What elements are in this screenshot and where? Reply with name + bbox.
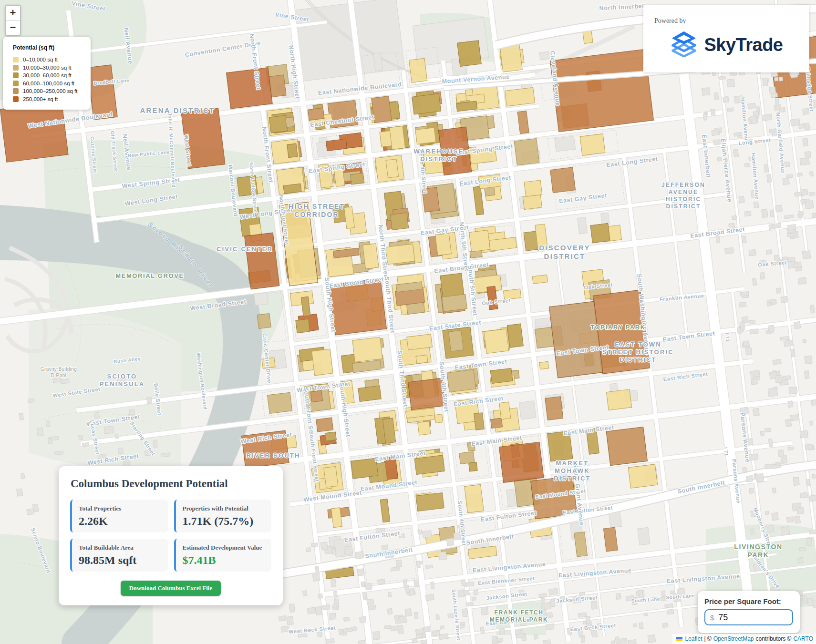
legend-item: 10,000–30,000 sq ft bbox=[13, 65, 86, 71]
poi-label: Gravity Building bbox=[41, 367, 77, 372]
district-label: SCIOTO bbox=[107, 373, 137, 380]
ukraine-flag-icon bbox=[676, 637, 682, 641]
park-label: LIVINGSTON bbox=[734, 543, 782, 551]
legend-item: 100,000–250,000 sq ft bbox=[13, 88, 86, 94]
price-card: Price per Square Foot: $ bbox=[698, 591, 800, 633]
district-label: PENINSULA bbox=[100, 380, 145, 388]
legend-item-label: 0–10,000 sq ft bbox=[23, 57, 58, 62]
zoom-out-button[interactable]: − bbox=[6, 20, 20, 35]
legend-item: 60,000–100,000 sq ft bbox=[13, 81, 86, 86]
legend-items: 0–10,000 sq ft10,000–30,000 sq ft30,000–… bbox=[13, 57, 86, 102]
map-attribution: Leaflet | © OpenStreetMap contributors ©… bbox=[672, 634, 816, 644]
district-label: MOHAWK bbox=[555, 467, 590, 474]
park-label: PARK bbox=[747, 551, 769, 559]
legend-swatch bbox=[13, 88, 19, 94]
stats-card-title: Columbus Development Potential bbox=[71, 478, 271, 490]
skytrade-logo-icon bbox=[670, 31, 698, 59]
street-label: I 71 bbox=[723, 447, 729, 457]
district-label: WAREHOUSE bbox=[413, 148, 464, 155]
district-label: RIVER SOUTH bbox=[246, 452, 300, 459]
district-label: AVENUE bbox=[669, 189, 698, 195]
legend-swatch bbox=[13, 65, 19, 71]
legend-swatch bbox=[13, 57, 19, 62]
stat-value: 2.26K bbox=[79, 515, 161, 528]
stat-label: Total Buildable Area bbox=[79, 544, 161, 552]
stat-value: 1.71K (75.7%) bbox=[183, 515, 265, 528]
district-label: DISTRICT bbox=[544, 252, 586, 260]
park-label: TOPIARY PARK bbox=[590, 324, 646, 331]
district-label: DISTRICT bbox=[620, 356, 657, 363]
carto-link[interactable]: CARTO bbox=[793, 635, 813, 642]
district-label: HISTORIC bbox=[666, 196, 702, 203]
legend-item-label: 100,000–250,000 sq ft bbox=[23, 88, 77, 94]
stat-estimated-development-value: Estimated Development Value $7.41B bbox=[174, 539, 272, 572]
price-input-wrap: $ bbox=[704, 609, 793, 625]
legend-swatch bbox=[13, 72, 19, 78]
attribution-contributors: contributors © bbox=[756, 635, 792, 642]
district-label: DISTRICT bbox=[666, 203, 701, 210]
zoom-control: + − bbox=[5, 5, 21, 36]
leaflet-link[interactable]: Leaflet bbox=[685, 635, 702, 642]
stat-value: $7.41B bbox=[183, 554, 265, 567]
osm-link[interactable]: OpenStreetMap bbox=[713, 635, 754, 642]
district-label: DISTRICT bbox=[554, 475, 591, 482]
district-label: STREET HISTORIC bbox=[602, 348, 674, 356]
download-excel-button[interactable]: Download Columbus Excel File bbox=[121, 581, 221, 596]
legend-item-label: 30,000–60,000 sq ft bbox=[23, 72, 72, 78]
powered-by-label: Powered by bbox=[654, 17, 686, 25]
map-application: Vine StreetVine StreetNorth InnerbeltCon… bbox=[0, 0, 816, 644]
legend-swatch bbox=[13, 96, 19, 102]
stat-properties-with-potential: Properties with Potential 1.71K (75.7%) bbox=[174, 500, 272, 532]
legend-item: 250,000+ sq ft bbox=[13, 96, 86, 102]
stat-total-buildable-area: Total Buildable Area 98.85M sqft bbox=[70, 539, 168, 572]
attribution-sep: | © bbox=[704, 635, 712, 642]
district-label: HIGH STREET bbox=[289, 203, 345, 210]
district-label: ARENA DISTRICT bbox=[140, 106, 215, 114]
legend-swatch bbox=[13, 81, 19, 86]
stat-value: 98.85M sqft bbox=[79, 554, 161, 567]
currency-symbol: $ bbox=[710, 613, 714, 622]
district-label: MARKET bbox=[556, 460, 589, 467]
stat-label: Total Properties bbox=[79, 505, 161, 512]
branding-card: Powered by SkyTrade bbox=[643, 5, 809, 72]
district-label: DISTRICT bbox=[420, 155, 457, 163]
park-label: FRANK FETCH bbox=[495, 609, 544, 616]
legend-title: Potential (sq ft) bbox=[13, 44, 86, 51]
stat-total-properties: Total Properties 2.26K bbox=[70, 500, 168, 532]
legend-panel: Potential (sq ft) 0–10,000 sq ft10,000–3… bbox=[3, 37, 91, 110]
park-label: MEMORIAL GROVE bbox=[115, 272, 184, 279]
district-label: CIVIC CENTER bbox=[217, 245, 273, 253]
zoom-in-button[interactable]: + bbox=[6, 6, 20, 20]
legend-item: 30,000–60,000 sq ft bbox=[13, 72, 86, 78]
stats-card: Columbus Development Potential Total Pro… bbox=[59, 466, 283, 605]
street-label: I 71 bbox=[724, 333, 731, 342]
district-label: JEFFERSON bbox=[661, 182, 705, 188]
park-label: MEMORIAL PARK bbox=[490, 616, 548, 623]
legend-item-label: 250,000+ sq ft bbox=[23, 96, 58, 102]
price-per-sqft-input[interactable] bbox=[717, 612, 776, 623]
poi-label: D Pool bbox=[51, 373, 66, 378]
legend-item-label: 10,000–30,000 sq ft bbox=[23, 65, 72, 71]
district-label: EAST TOWN bbox=[615, 341, 661, 348]
legend-item-label: 60,000–100,000 sq ft bbox=[23, 81, 74, 86]
district-label: CORRIDOR bbox=[294, 211, 339, 218]
legend-item: 0–10,000 sq ft bbox=[13, 57, 86, 62]
stat-label: Estimated Development Value bbox=[183, 544, 265, 552]
district-label: DISCOVERY bbox=[539, 244, 590, 252]
price-label: Price per Square Foot: bbox=[704, 597, 793, 605]
brand-name: SkyTrade bbox=[704, 35, 783, 55]
stat-label: Properties with Potential bbox=[183, 505, 265, 512]
